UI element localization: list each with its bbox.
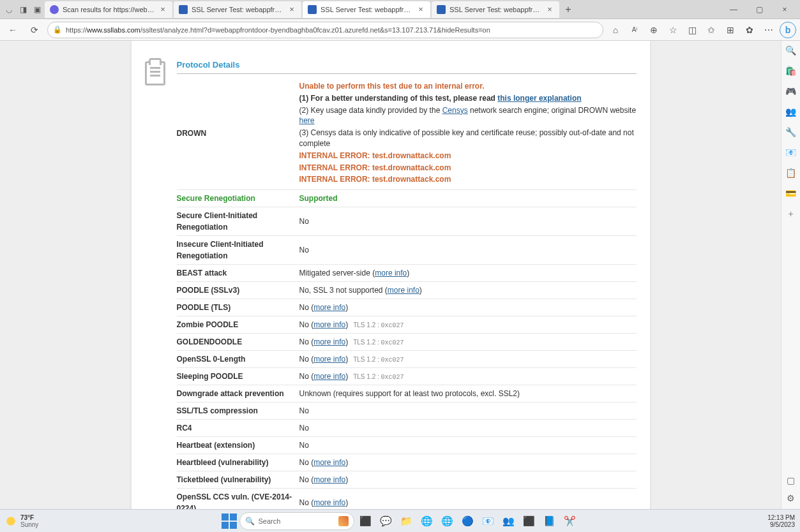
favicon-icon bbox=[50, 5, 59, 14]
favicon-icon bbox=[179, 5, 188, 14]
lock-icon: 🔒 bbox=[53, 26, 62, 34]
window-controls: — ▢ × bbox=[721, 0, 797, 19]
workspaces-icon[interactable]: ◨ bbox=[17, 3, 29, 16]
back-button[interactable]: ← bbox=[4, 21, 22, 39]
favicon-icon bbox=[437, 5, 446, 14]
url-text: https://www.ssllabs.com/ssltest/analyze.… bbox=[66, 26, 490, 34]
zoom-icon[interactable]: ⊕ bbox=[645, 22, 662, 38]
tab-0[interactable]: Scan results for https://webappfrontdo × bbox=[45, 1, 172, 18]
tab-title: Scan results for https://webappfrontdo bbox=[63, 6, 155, 13]
close-icon[interactable]: × bbox=[287, 5, 296, 14]
close-window-button[interactable]: × bbox=[772, 0, 797, 19]
browser-chrome: ◡ ◨ ▣ Scan results for https://webappfro… bbox=[0, 0, 800, 41]
close-icon[interactable]: × bbox=[545, 5, 554, 14]
tab-title: SSL Server Test: webappfrontdo bbox=[449, 6, 541, 13]
profile-icon[interactable]: ◡ bbox=[3, 3, 15, 16]
split-icon[interactable]: ◫ bbox=[684, 22, 700, 38]
favicon-icon bbox=[308, 5, 317, 14]
refresh-button[interactable]: ⟳ bbox=[26, 21, 43, 39]
toolbar-right: ⌂ A⁾ ⊕ ☆ ◫ ✩ ⊞ ✿ ⋯ b bbox=[607, 22, 796, 38]
tab-2[interactable]: SSL Server Test: webappfrontdo × bbox=[303, 1, 430, 18]
tab-strip: ◡ ◨ ▣ Scan results for https://webappfro… bbox=[0, 0, 800, 19]
tab-title: SSL Server Test: webappfrontdo bbox=[321, 6, 412, 13]
close-icon[interactable]: × bbox=[416, 5, 425, 14]
favorites-list-icon[interactable]: ✩ bbox=[703, 22, 720, 38]
tab-3[interactable]: SSL Server Test: webappfrontdo × bbox=[432, 1, 559, 18]
close-icon[interactable]: × bbox=[158, 5, 167, 14]
url-input[interactable]: 🔒 https://www.ssllabs.com/ssltest/analyz… bbox=[47, 22, 603, 38]
maximize-button[interactable]: ▢ bbox=[746, 0, 772, 19]
read-aloud-icon[interactable]: A⁾ bbox=[626, 22, 643, 38]
extensions-icon[interactable]: ✿ bbox=[741, 22, 758, 38]
new-tab-button[interactable]: + bbox=[561, 2, 576, 17]
favorite-icon[interactable]: ☆ bbox=[665, 22, 681, 38]
minimize-button[interactable]: — bbox=[721, 0, 746, 19]
tab-actions-icon[interactable]: ▣ bbox=[31, 3, 43, 16]
tab-1[interactable]: SSL Server Test: webappfrontdo × bbox=[174, 1, 301, 18]
collections-icon[interactable]: ⊞ bbox=[722, 22, 739, 38]
bing-button[interactable]: b bbox=[780, 22, 796, 38]
tab-title: SSL Server Test: webappfrontdo bbox=[192, 6, 283, 13]
address-bar: ← ⟳ 🔒 https://www.ssllabs.com/ssltest/an… bbox=[0, 19, 800, 41]
menu-icon[interactable]: ⋯ bbox=[760, 22, 777, 38]
home-icon[interactable]: ⌂ bbox=[607, 22, 624, 38]
